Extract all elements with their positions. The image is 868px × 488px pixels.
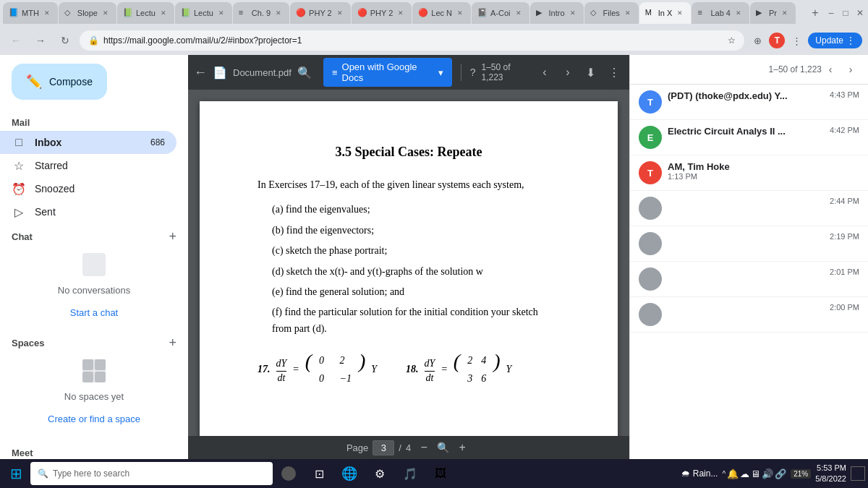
notification-icon[interactable]: 🔔: [727, 468, 739, 479]
start-button[interactable]: ⊞: [3, 461, 29, 487]
back-button[interactable]: ←: [6, 30, 26, 51]
taskbar-app-cortana[interactable]: [274, 461, 303, 487]
tab-close-mth[interactable]: ✕: [42, 8, 52, 18]
create-space-link[interactable]: Create or find a space: [12, 408, 176, 430]
restore-button[interactable]: □: [841, 8, 851, 18]
help-icon[interactable]: ?: [470, 67, 476, 78]
taskbar-app-settings[interactable]: ⚙: [365, 461, 394, 487]
minimize-button[interactable]: –: [826, 8, 836, 18]
pdf-more-button[interactable]: ⋮: [605, 62, 624, 82]
open-with-docs-button[interactable]: ≡ Open with Google Docs ▾: [323, 58, 452, 87]
menu-button[interactable]: ⋮: [788, 32, 805, 49]
dropdown-arrow-icon[interactable]: ▾: [438, 67, 443, 78]
tab-close-minx[interactable]: ✕: [675, 8, 685, 18]
tab-close-lectu1[interactable]: ✕: [158, 8, 169, 18]
email-item[interactable]: T AM, Tim Hoke 1:13 PM: [630, 155, 868, 191]
pdf-body: In Exercises 17–19, each of the given li…: [258, 177, 560, 388]
monitor-icon[interactable]: 🖥: [751, 468, 760, 479]
clock[interactable]: 5:53 PM 5/8/2022: [815, 463, 846, 485]
tab-phy2b[interactable]: 🔴PHY 2✕: [352, 2, 412, 24]
sidebar-item-starred[interactable]: ☆ Starred: [0, 154, 176, 177]
email-item[interactable]: E Electric Circuit Analys II ... 4:42 PM: [630, 120, 868, 155]
tab-lectu2[interactable]: 📗Lectu✕: [175, 2, 232, 24]
open-docs-label: Open with Google Docs: [342, 61, 434, 83]
email-item[interactable]: 2:44 PM: [630, 191, 868, 226]
email-item[interactable]: T (PDT) (thoke@pdx.edu) Y... 4:43 PM: [630, 85, 868, 120]
tab-close-phy2a[interactable]: ✕: [335, 8, 345, 18]
url-bar[interactable]: 🔒 https://mail.google.com/mail/u/2/#inbo…: [80, 30, 744, 51]
search-button[interactable]: 🔍: [437, 442, 449, 453]
tab-acoi[interactable]: 📓A-Coi✕: [472, 2, 529, 24]
tab-close-lectu2[interactable]: ✕: [216, 8, 226, 18]
tab-close-acoi[interactable]: ✕: [514, 8, 524, 18]
pdf-back-button[interactable]: ←: [194, 65, 207, 80]
new-tab-button[interactable]: +: [805, 3, 825, 23]
add-chat-button[interactable]: +: [169, 229, 176, 244]
zoom-out-button[interactable]: −: [415, 439, 433, 456]
email-item[interactable]: 2:19 PM: [630, 226, 868, 262]
email-next-button[interactable]: ›: [842, 61, 859, 78]
taskbar-app-media[interactable]: 🎵: [396, 461, 425, 487]
tab-minx[interactable]: MIn X✕: [639, 2, 692, 24]
close-button[interactable]: ✕: [855, 8, 865, 18]
tab-close-lecn[interactable]: ✕: [455, 8, 465, 18]
tab-icon-minx: M: [645, 8, 655, 18]
show-desktop-button[interactable]: [851, 466, 865, 481]
add-space-button[interactable]: +: [169, 335, 176, 351]
pdf-list-item: (e) find the general solution; and: [272, 284, 560, 300]
weather-widget[interactable]: 🌧 Rain...: [681, 468, 718, 479]
cloud-icon[interactable]: ☁: [740, 468, 749, 479]
sidebar-item-inbox[interactable]: □ Inbox 686: [0, 131, 176, 154]
tab-close-files[interactable]: ✕: [623, 8, 633, 18]
tab-intro[interactable]: ▶Intro✕: [530, 2, 584, 24]
weather-label: Rain...: [693, 468, 718, 479]
tab-lecn[interactable]: 🔴Lec N✕: [412, 2, 471, 24]
tab-files[interactable]: ◇Files✕: [584, 2, 639, 24]
tab-mth[interactable]: 📘MTH✕: [3, 2, 58, 24]
compose-button[interactable]: ✏️ Compose: [12, 64, 107, 100]
email-item[interactable]: 2:00 PM: [630, 297, 868, 333]
refresh-button[interactable]: ↻: [55, 30, 75, 51]
tab-slope[interactable]: ◇Slope✕: [59, 2, 116, 24]
speaker-icon[interactable]: 🔊: [762, 468, 773, 479]
pdf-download-button[interactable]: ⬇: [582, 62, 600, 82]
pdf-search-icon[interactable]: 🔍: [297, 66, 312, 80]
email-item[interactable]: 2:01 PM: [630, 262, 868, 297]
tab-pr[interactable]: ▶Pr✕: [750, 2, 796, 24]
taskbar-app-taskview[interactable]: ⊡: [305, 461, 333, 487]
tab-phy2a[interactable]: 🔴PHY 2✕: [290, 2, 351, 24]
tab-close-phy2b[interactable]: ✕: [396, 8, 406, 18]
tab-close-pr[interactable]: ✕: [780, 8, 790, 18]
profile-button[interactable]: T: [769, 33, 785, 48]
search-placeholder: Type here to search: [53, 468, 129, 479]
sidebar-item-snoozed[interactable]: ⏰ Snoozed: [0, 177, 176, 200]
taskbar-app-photos[interactable]: 🖼: [426, 461, 455, 487]
sidebar-item-sent[interactable]: ▷ Sent: [0, 200, 176, 223]
email-prev-button[interactable]: ‹: [822, 61, 839, 78]
chevron-up-icon[interactable]: ^: [722, 470, 726, 478]
tab-lab4[interactable]: ≡Lab 4✕: [692, 2, 749, 24]
start-chat-link[interactable]: Start a chat: [12, 301, 176, 324]
tab-lectu1[interactable]: 📗Lectu✕: [117, 2, 174, 24]
email-time: 2:00 PM: [830, 303, 859, 326]
pdf-prev-page-button[interactable]: ‹: [535, 62, 554, 82]
taskbar-app-chrome[interactable]: 🌐: [335, 461, 364, 487]
star-icon[interactable]: ☆: [728, 35, 736, 46]
tab-close-intro[interactable]: ✕: [568, 8, 578, 18]
tab-close-ch9[interactable]: ✕: [273, 8, 284, 18]
pdf-next-page-button[interactable]: ›: [558, 62, 577, 82]
tab-ch9[interactable]: ≡Ch. 9✕: [233, 2, 289, 24]
page-number-input[interactable]: [373, 440, 394, 455]
url-text[interactable]: https://mail.google.com/mail/u/2/#inbox?…: [103, 35, 723, 46]
taskbar-search[interactable]: 🔍 Type here to search: [30, 462, 273, 485]
gmail-container: ✏️ Compose Mail □ Inbox 686 ☆ Starred ⏰ …: [0, 55, 868, 459]
network-icon[interactable]: 🔗: [775, 468, 786, 479]
tab-close-slope[interactable]: ✕: [101, 8, 111, 18]
forward-button[interactable]: →: [30, 30, 51, 51]
extensions-button[interactable]: ⊕: [749, 32, 766, 49]
tab-close-lab4[interactable]: ✕: [733, 8, 744, 18]
time-display: 5:53 PM: [815, 463, 846, 474]
update-button[interactable]: Update ⋮: [808, 33, 862, 48]
zoom-in-button[interactable]: +: [454, 439, 471, 456]
email-avatar: [639, 197, 662, 220]
